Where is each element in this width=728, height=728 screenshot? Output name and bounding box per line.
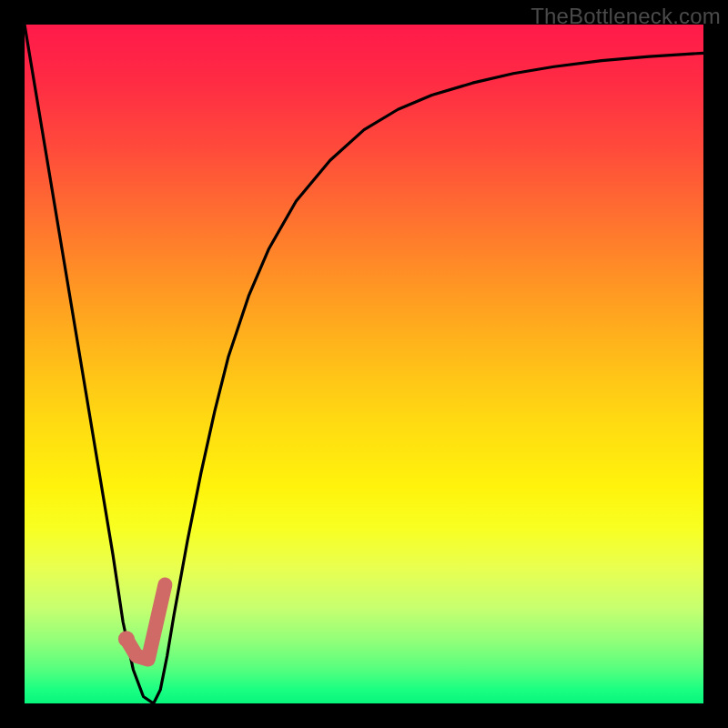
- heat-gradient-background: [25, 25, 703, 703]
- plot-area: [25, 25, 703, 703]
- chart-frame: TheBottleneck.com: [0, 0, 728, 728]
